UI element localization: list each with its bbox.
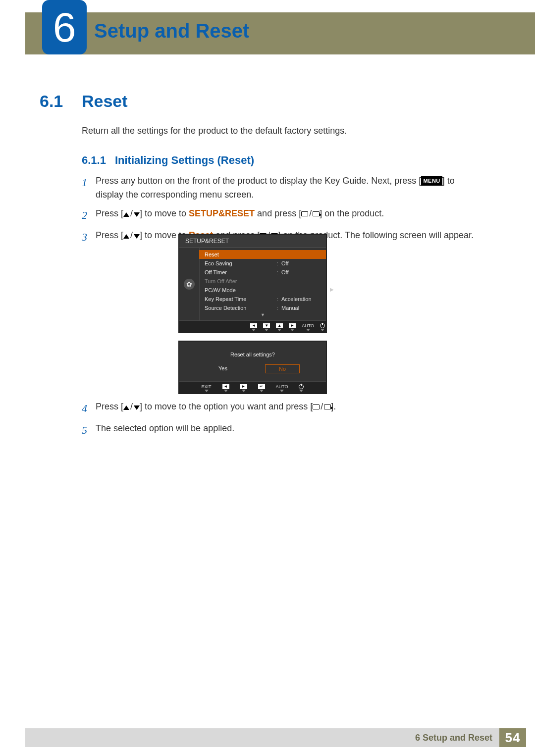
down-chip-icon: ▼ xyxy=(263,323,270,328)
right-caret-icon: ▶ xyxy=(330,287,334,292)
bold-setupreset: SETUP&RESET xyxy=(189,208,255,218)
osd-confirm-dialog: Reset all settings? Yes No EXIT ◄ ► ↵ AU… xyxy=(178,341,327,394)
step-text: The selected option will be applied. xyxy=(96,422,481,439)
source-icon xyxy=(313,211,320,216)
auto-label: AUTO xyxy=(302,323,314,328)
step-number: 4 xyxy=(82,400,96,417)
source-icon xyxy=(324,404,331,409)
osd-item: Key Repeat Time : Acceleration xyxy=(200,295,326,303)
step-number: 2 xyxy=(82,207,96,224)
chapter-badge: 6 xyxy=(42,0,87,54)
step-2: 2 Press [/] to move to SETUP&RESET and p… xyxy=(82,207,481,224)
step-4: 4 Press [/] to move to the option you wa… xyxy=(82,400,481,417)
menu-key-icon: MENU xyxy=(421,176,442,186)
osd-footer: EXIT ◄ ► ↵ AUTO xyxy=(179,381,326,393)
step-number: 3 xyxy=(82,229,96,246)
confirm-yes: Yes xyxy=(206,364,240,373)
confirm-no: No xyxy=(265,364,300,373)
osd-item: Eco Saving : Off xyxy=(200,259,326,268)
section-intro: Return all the settings for the product … xyxy=(82,126,347,136)
gear-icon: ✿ xyxy=(184,279,195,290)
step-text: Press [/] to move to the option you want… xyxy=(96,400,481,417)
left-chip-icon: ◄ xyxy=(222,384,229,389)
page-footer: 6 Setup and Reset 54 xyxy=(25,728,526,747)
header-white-band xyxy=(25,0,535,12)
up-chip-icon: ▲ xyxy=(276,323,283,328)
osd-item: Source Detection : Manual xyxy=(200,303,326,312)
step-text: Press [/] to move to SETUP&RESET and pre… xyxy=(96,207,481,224)
down-arrow-icon xyxy=(134,212,140,217)
rect-icon xyxy=(313,404,320,409)
chapter-title: Setup and Reset xyxy=(94,20,249,42)
left-chip-icon: ◄ xyxy=(250,323,257,328)
auto-label: AUTO xyxy=(276,384,288,389)
osd-item: PC/AV Mode ▶ xyxy=(200,286,326,295)
osd-menu-list: Reset Eco Saving : Off Off Timer : Off T… xyxy=(199,248,326,320)
chapter-number: 6 xyxy=(53,3,76,51)
subsection-number: 6.1.1 xyxy=(82,154,106,167)
step-number: 1 xyxy=(82,174,96,202)
power-icon xyxy=(299,384,304,389)
step-1: 1 Press any button on the front of the p… xyxy=(82,174,481,202)
confirm-question: Reset all settings? xyxy=(179,349,326,364)
osd-title: SETUP&RESET xyxy=(179,235,326,248)
osd-item: Turn Off After xyxy=(200,277,326,286)
step-number: 5 xyxy=(82,422,96,439)
section-heading: 6.1 Reset xyxy=(40,92,128,111)
section-number: 6.1 xyxy=(40,92,82,111)
right-chip-icon: ► xyxy=(240,384,247,389)
osd-icon-col: ✿ xyxy=(179,248,199,320)
subsection-title: Initializing Settings (Reset) xyxy=(115,154,254,167)
steps-list-bottom: 4 Press [/] to move to the option you wa… xyxy=(82,400,481,444)
section-title: Reset xyxy=(82,92,128,111)
right-chip-icon: ► xyxy=(289,323,296,328)
up-arrow-icon xyxy=(123,405,129,410)
step-text: Press any button on the front of the pro… xyxy=(96,174,481,202)
up-arrow-icon xyxy=(123,234,129,239)
up-arrow-icon xyxy=(123,212,129,217)
osd-item-reset: Reset xyxy=(199,250,326,259)
exit-label: EXIT xyxy=(202,384,212,389)
subsection-heading: 6.1.1 Initializing Settings (Reset) xyxy=(82,154,254,167)
power-icon xyxy=(320,323,325,328)
enter-chip-icon: ↵ xyxy=(258,384,265,389)
osd-setup-reset: SETUP&RESET ✿ Reset Eco Saving : Off Off… xyxy=(178,234,327,333)
scroll-down-icon: ▼ xyxy=(200,312,326,318)
osd-item: Off Timer : Off xyxy=(200,268,326,277)
footer-chapter-label: 6 Setup and Reset xyxy=(415,733,492,743)
footer-page-number: 54 xyxy=(499,728,526,747)
rect-icon xyxy=(301,211,308,216)
down-arrow-icon xyxy=(134,405,140,410)
step-5: 5 The selected option will be applied. xyxy=(82,422,481,439)
osd-footer: ◄ ▼ ▲ ► AUTO xyxy=(179,320,326,332)
down-arrow-icon xyxy=(134,234,140,239)
